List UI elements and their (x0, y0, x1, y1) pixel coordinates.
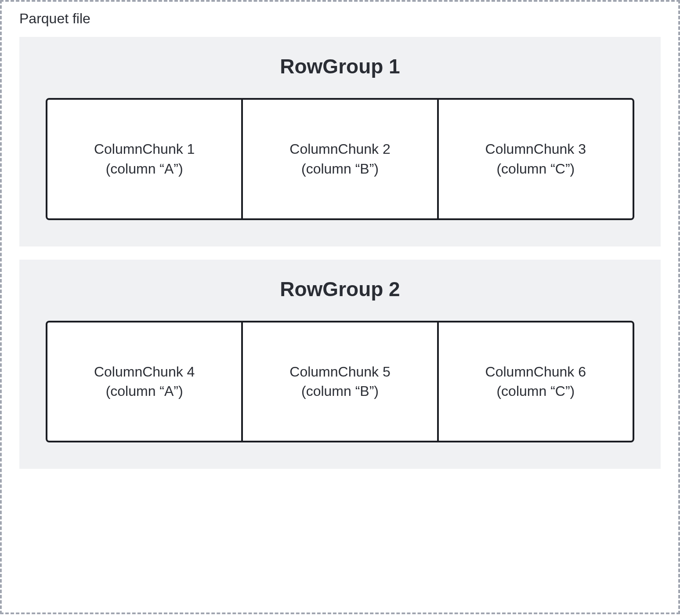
column-chunk-4: ColumnChunk 4 (column “A”) (47, 322, 243, 441)
column-chunk-1-label: ColumnChunk 1 (94, 139, 195, 159)
rowgroup-1-chunks: ColumnChunk 1 (column “A”) ColumnChunk 2… (46, 98, 634, 220)
column-chunk-5: ColumnChunk 5 (column “B”) (243, 322, 438, 441)
column-chunk-3-sublabel: (column “C”) (496, 159, 575, 179)
rowgroup-2: RowGroup 2 ColumnChunk 4 (column “A”) Co… (19, 260, 661, 469)
column-chunk-1: ColumnChunk 1 (column “A”) (47, 100, 243, 218)
column-chunk-6-label: ColumnChunk 6 (485, 362, 586, 382)
parquet-file-label: Parquet file (15, 11, 95, 27)
rowgroup-1-title: RowGroup 1 (46, 54, 634, 78)
rowgroup-2-title: RowGroup 2 (46, 277, 634, 301)
column-chunk-1-sublabel: (column “A”) (106, 159, 183, 179)
column-chunk-3: ColumnChunk 3 (column “C”) (439, 100, 633, 218)
column-chunk-4-sublabel: (column “A”) (106, 381, 183, 401)
column-chunk-2-label: ColumnChunk 2 (289, 139, 390, 159)
column-chunk-2: ColumnChunk 2 (column “B”) (243, 100, 438, 218)
column-chunk-5-label: ColumnChunk 5 (289, 362, 390, 382)
column-chunk-2-sublabel: (column “B”) (301, 159, 379, 179)
rowgroup-2-chunks: ColumnChunk 4 (column “A”) ColumnChunk 5… (46, 321, 634, 443)
column-chunk-4-label: ColumnChunk 4 (94, 362, 195, 382)
column-chunk-5-sublabel: (column “B”) (301, 381, 379, 401)
column-chunk-3-label: ColumnChunk 3 (485, 139, 586, 159)
parquet-file-container: Parquet file RowGroup 1 ColumnChunk 1 (c… (0, 0, 680, 614)
rowgroup-1: RowGroup 1 ColumnChunk 1 (column “A”) Co… (19, 37, 661, 246)
column-chunk-6-sublabel: (column “C”) (496, 381, 575, 401)
column-chunk-6: ColumnChunk 6 (column “C”) (439, 322, 633, 441)
